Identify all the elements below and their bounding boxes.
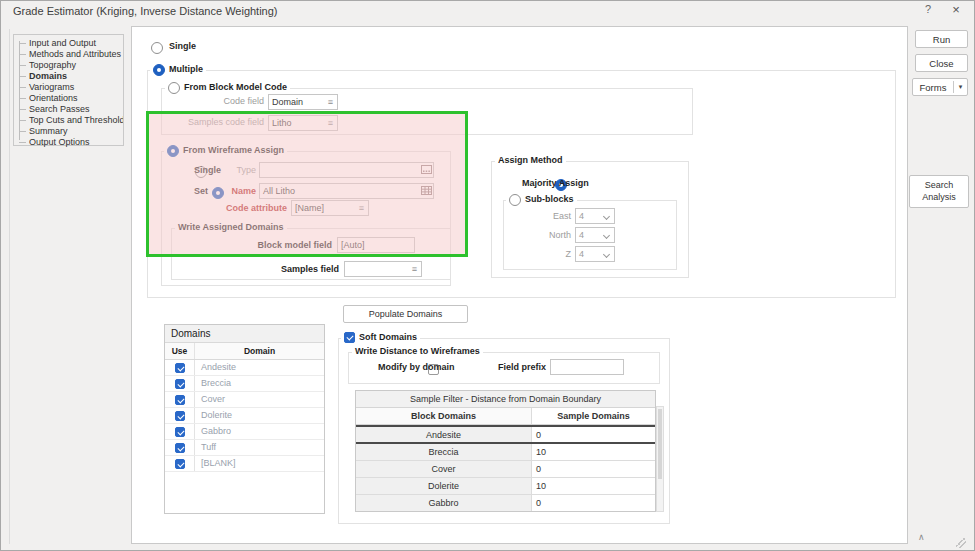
sidebar-item-output-options[interactable]: Output Options <box>14 137 123 148</box>
domain-row[interactable]: Gabbro <box>165 424 324 440</box>
east-label: East <box>531 208 571 224</box>
sample-domain-cell[interactable]: 10 <box>532 444 655 460</box>
sample-domain-cell[interactable]: 10 <box>532 478 655 494</box>
use-checkbox[interactable] <box>175 363 185 373</box>
list-icon: ≡ <box>324 118 337 128</box>
use-checkbox[interactable] <box>175 379 185 389</box>
left-splitter <box>9 29 10 544</box>
use-checkbox[interactable] <box>175 395 185 405</box>
grade-estimator-dialog: { "title": "Grade Estimator (Kriging, In… <box>0 0 975 551</box>
forms-dropdown-icon[interactable]: ▾ <box>954 83 967 91</box>
sidebar-item-domains[interactable]: Domains <box>14 71 123 82</box>
list-icon: ≡ <box>355 203 368 213</box>
domain-row[interactable]: Dolerite <box>165 408 324 424</box>
name-input[interactable]: All Litho <box>259 183 434 199</box>
from-wireframe-assign-radio[interactable] <box>167 145 179 157</box>
titlebar-close-icon[interactable]: × <box>948 2 964 18</box>
code-attribute-input[interactable]: [Name] ≡ <box>291 200 369 216</box>
block-model-field-input[interactable]: [Auto] <box>337 237 415 253</box>
sample-domain-cell[interactable]: 0 <box>532 495 655 511</box>
block-model-field-value: [Auto] <box>338 240 414 250</box>
multiple-radio-label: Multiple <box>169 63 203 76</box>
collapse-chevron-icon[interactable]: ∧ <box>918 532 925 542</box>
domain-row[interactable]: Cover <box>165 392 324 408</box>
domain-row[interactable]: Breccia <box>165 376 324 392</box>
north-dropdown[interactable]: 4 <box>575 227 615 243</box>
sub-blocks-radio[interactable] <box>509 194 521 206</box>
forms-button[interactable]: Forms ▾ <box>912 78 968 96</box>
domain-row[interactable]: Andesite <box>165 360 324 376</box>
sidebar-item-topography[interactable]: Topography <box>14 60 123 71</box>
search-analysis-button[interactable]: Search Analysis <box>909 175 969 208</box>
col-domain[interactable]: Domain <box>195 343 324 359</box>
sample-domain-cell[interactable]: 0 <box>532 461 655 477</box>
sidebar-item-top-cuts-and-thresholds[interactable]: Top Cuts and Thresholds <box>14 115 123 126</box>
multiple-radio[interactable] <box>153 64 165 76</box>
write-distance-label: Write Distance to Wireframes <box>355 345 480 358</box>
domain-row[interactable]: Tuff <box>165 440 324 456</box>
z-dropdown[interactable]: 4 <box>575 246 615 262</box>
use-checkbox[interactable] <box>175 459 185 469</box>
domain-cell: Tuff <box>195 440 324 455</box>
chevron-down-icon <box>601 228 614 242</box>
block-model-field-label: Block model field <box>232 237 332 253</box>
code-attribute-label: Code attribute <box>197 200 287 216</box>
sidebar-item-orientations[interactable]: Orientations <box>14 93 123 104</box>
resize-grip[interactable] <box>956 538 966 548</box>
single-radio[interactable] <box>151 42 163 54</box>
block-domain-cell: Dolerite <box>356 478 532 494</box>
sidebar-item-variograms[interactable]: Variograms <box>14 82 123 93</box>
domain-row[interactable]: [BLANK] <box>165 456 324 472</box>
domains-table: Domains Use Domain Andesite Breccia Cove… <box>164 324 325 514</box>
domain-cell: [BLANK] <box>195 456 324 471</box>
samples-code-field-input[interactable]: Litho ≡ <box>268 115 338 131</box>
use-checkbox[interactable] <box>175 411 185 421</box>
use-checkbox[interactable] <box>175 443 185 453</box>
soft-domains-checkbox[interactable] <box>344 332 355 343</box>
domains-table-title: Domains <box>165 325 324 343</box>
sidebar-item-summary[interactable]: Summary <box>14 126 123 137</box>
scrollbar-thumb[interactable] <box>658 409 662 479</box>
table-row[interactable]: Dolerite 10 <box>356 478 655 495</box>
z-value: 4 <box>576 249 601 259</box>
close-button[interactable]: Close <box>915 54 968 72</box>
code-field-input[interactable]: Domain ≡ <box>268 94 338 110</box>
use-checkbox[interactable] <box>175 427 185 437</box>
help-icon[interactable]: ? <box>920 3 936 19</box>
domain-cell: Cover <box>195 392 324 407</box>
table-row[interactable]: Andesite 0 <box>356 425 655 444</box>
col-use[interactable]: Use <box>165 343 195 359</box>
populate-domains-button[interactable]: Populate Domains <box>343 305 468 323</box>
run-button[interactable]: Run <box>915 30 968 48</box>
block-domain-cell: Cover <box>356 461 532 477</box>
table-row[interactable]: Gabbro 0 <box>356 495 655 512</box>
samples-field-label: Samples field <box>249 261 339 277</box>
sample-filter-title: Sample Filter - Distance from Domain Bou… <box>356 391 655 408</box>
field-prefix-input[interactable] <box>550 359 624 375</box>
single-radio-label: Single <box>169 38 196 54</box>
field-prefix-label: Field prefix <box>486 359 546 375</box>
sidebar-item-methods-and-attributes[interactable]: Methods and Attributes <box>14 49 123 60</box>
samples-field-input[interactable]: ≡ <box>344 261 422 277</box>
dialog-title: Grade Estimator (Kriging, Inverse Distan… <box>13 5 278 17</box>
east-value: 4 <box>576 211 601 221</box>
type-input[interactable] <box>259 162 434 178</box>
list-icon: ≡ <box>408 264 421 274</box>
sample-domain-cell[interactable]: 0 <box>532 427 655 442</box>
sidebar-item-input-and-output[interactable]: Input and Output <box>14 38 123 49</box>
east-dropdown[interactable]: 4 <box>575 208 615 224</box>
sidebar-tree: Input and Output Methods and Attributes … <box>13 34 124 146</box>
from-block-model-code-radio[interactable] <box>168 82 180 94</box>
title-bar: Grade Estimator (Kriging, Inverse Distan… <box>1 1 975 21</box>
sidebar-item-search-passes[interactable]: Search Passes <box>14 104 123 115</box>
table-row[interactable]: Cover 0 <box>356 461 655 478</box>
set-label: Set <box>194 183 208 199</box>
block-domain-cell: Breccia <box>356 444 532 460</box>
table-row[interactable]: Breccia 10 <box>356 444 655 461</box>
domain-cell: Breccia <box>195 376 324 391</box>
type-label: Type <box>216 162 256 178</box>
col-sample-domains[interactable]: Sample Domains <box>532 408 655 424</box>
table-scrollbar[interactable] <box>656 406 664 512</box>
name-label: Name <box>216 183 256 199</box>
col-block-domains[interactable]: Block Domains <box>356 408 532 424</box>
